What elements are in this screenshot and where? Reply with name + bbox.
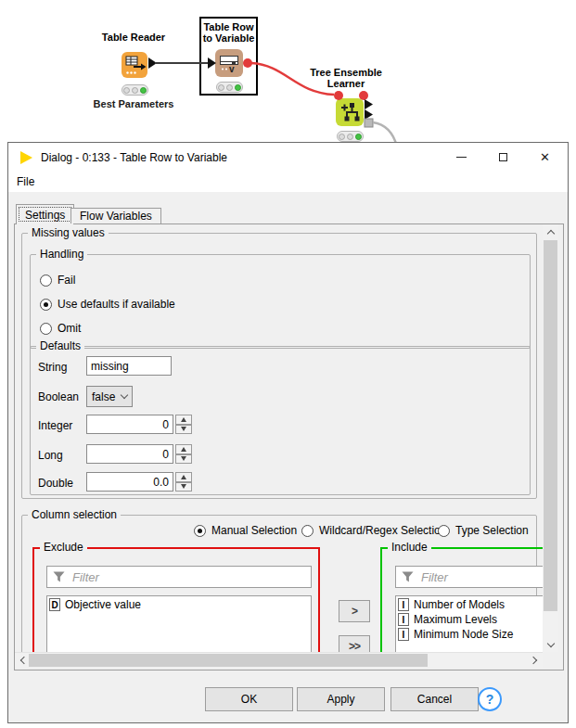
triangle-up-icon [181,417,186,422]
settings-scroll-viewport: Missing values Handling Fail Use default… [15,224,543,652]
triangle-down-icon [181,456,186,461]
spin-down-button[interactable] [175,425,192,435]
spin-up-button[interactable] [175,444,192,454]
vertical-scroll-thumb[interactable] [544,240,557,611]
spin-down-button[interactable] [175,454,192,465]
model-output-port-icon[interactable] [365,99,373,109]
exclude-filter-input[interactable] [70,569,305,585]
integer-value[interactable]: 0 [86,415,173,434]
window-controls: ✕ [441,143,566,172]
filter-funnel-icon [53,571,65,582]
spin-up-button[interactable] [175,472,192,482]
status-dot-red [123,87,130,94]
tree-ensemble-learner-node-icon[interactable] [336,98,364,126]
svg-text:v: v [229,64,235,74]
radio-type-selection-label: Type Selection [455,524,529,537]
long-value[interactable]: 0 [86,444,173,464]
defaults-legend: Defaults [36,339,84,353]
boolean-default-dropdown[interactable]: false [86,386,133,407]
connection-layer [0,0,576,162]
horizontal-scroll-thumb[interactable] [29,654,428,667]
close-button[interactable]: ✕ [524,143,566,172]
status-dot-green [140,87,147,94]
vertical-scrollbar[interactable] [543,224,558,652]
scroll-down-button[interactable] [543,637,558,652]
chevron-down-icon [546,639,554,646]
spinner-buttons [175,444,192,464]
radio-fail[interactable]: Fail [40,274,75,287]
dialog-window: Dialog - 0:133 - Table Row to Variable ✕… [7,142,569,723]
tab-flow-variables[interactable]: Flow Variables [70,208,161,224]
radio-circle-selected-icon [194,525,206,537]
tab-settings-label: Settings [25,209,65,222]
include-filter-wrap [395,566,543,588]
list-item[interactable]: I Maximum Levels [398,612,543,627]
row-to-variable-glyph-icon: v [215,49,243,77]
radio-omit-label: Omit [58,322,81,335]
scroll-right-button[interactable] [527,653,543,668]
scroll-up-button[interactable] [543,224,558,239]
exclude-list: D Objective value [46,595,312,652]
tab-settings[interactable]: Settings [16,204,74,224]
triangle-down-icon [181,427,186,431]
tree-ensemble-status-light [337,131,364,142]
status-dot-yellow [132,87,138,94]
knime-screen: Table Reader Best Parameters Table Row t… [0,0,576,728]
node-title-table-row-line2: to Variable [201,32,256,44]
double-value[interactable]: 0.0 [86,472,173,492]
horizontal-scrollbar[interactable] [15,652,543,668]
chevron-left-icon [20,657,28,664]
output-port-icon[interactable] [148,57,157,69]
radio-circle-icon [438,525,450,537]
node-title-tree-ensemble-line1: Tree Ensemble [306,67,386,78]
minimize-button[interactable] [441,143,482,172]
radio-circle-icon [40,275,52,287]
node-title-table-reader: Table Reader [96,32,171,43]
table-glyph-icon [122,52,147,78]
cancel-button[interactable]: Cancel [390,687,479,711]
model-output-port2-icon[interactable] [365,109,373,120]
dialog-titlebar[interactable]: Dialog - 0:133 - Table Row to Variable ✕ [8,143,568,172]
add-all-columns-label: >> [349,640,360,652]
settings-tab-panel: Missing values Handling Fail Use default… [14,224,564,671]
status-dot-green [235,84,241,91]
knime-app-icon [20,151,32,164]
add-column-button[interactable]: > [339,600,370,622]
string-default-field[interactable]: missing [86,356,172,376]
radio-use-defaults[interactable]: Use defaults if available [40,298,175,311]
exclude-panel: Exclude D Objective value [32,547,320,652]
tree-glyph-icon [336,98,364,126]
spin-up-button[interactable] [175,415,192,425]
node-title-table-row-line1: Table Row [201,21,256,32]
radio-manual-selection[interactable]: Manual Selection [194,524,297,537]
add-all-columns-button[interactable]: >> [339,635,370,652]
table-row-status-light [216,82,243,93]
status-dot-green [355,134,362,140]
help-button[interactable]: ? [478,687,502,711]
integer-type-icon: I [398,598,409,611]
menu-file[interactable]: File [8,173,43,190]
tab-flow-variables-label: Flow Variables [80,210,152,223]
optional-port-icon[interactable] [365,119,373,127]
spinner-buttons [175,472,192,492]
exclude-filter-wrap [46,566,312,588]
spin-down-button[interactable] [175,482,192,492]
maximize-button[interactable] [482,143,524,172]
list-item[interactable]: I Number of Models [398,597,543,612]
ok-button[interactable]: OK [205,687,293,711]
radio-type-selection[interactable]: Type Selection [438,524,529,537]
apply-button[interactable]: Apply [297,687,385,711]
list-item[interactable]: I Minimum Node Size [398,627,543,642]
triangle-up-icon [181,475,186,479]
column-selection-group: Column selection Manual Selection Wildca… [21,515,537,652]
status-dot-yellow [347,134,353,140]
list-item[interactable]: D Objective value [49,597,309,612]
integer-label: Integer [38,419,72,432]
radio-omit[interactable]: Omit [40,322,81,335]
double-label: Double [38,477,73,490]
table-row-to-variable-node-icon[interactable]: v [215,49,243,77]
radio-wildcard-selection[interactable]: Wildcard/Regex Selection [301,524,446,537]
include-filter-input[interactable] [419,569,543,585]
table-reader-node-icon[interactable] [122,52,147,78]
integer-type-icon: I [398,613,409,626]
